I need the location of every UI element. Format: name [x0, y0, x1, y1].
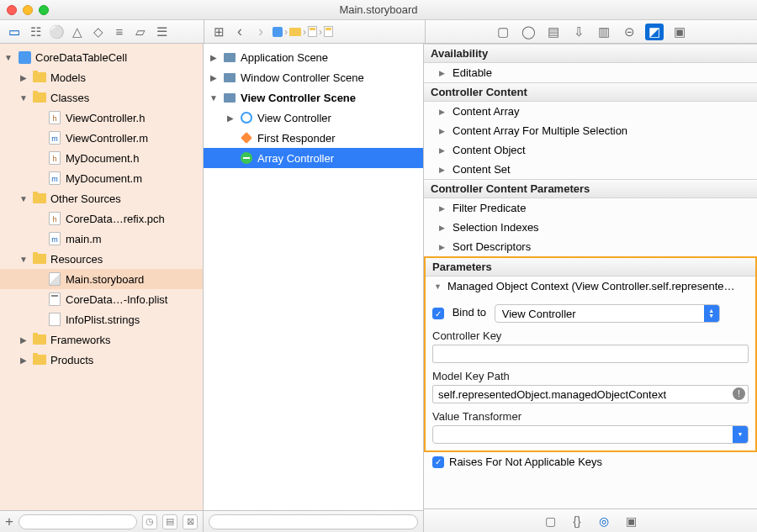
back-button-icon[interactable]: ‹ — [230, 24, 249, 40]
disclosure-icon[interactable] — [439, 224, 447, 232]
disclosure-icon[interactable] — [19, 73, 29, 82]
disclosure-icon[interactable] — [439, 146, 447, 155]
folder-row[interactable]: Models — [0, 67, 203, 87]
warning-icon[interactable]: ! — [733, 387, 745, 400]
find-navigator-icon[interactable]: ⚪ — [47, 24, 66, 40]
file-row[interactable]: mViewController.m — [0, 128, 203, 148]
item-label: Filter Predicate — [453, 202, 526, 214]
disclosure-icon[interactable] — [209, 53, 219, 62]
inspector-item-row[interactable]: Content Object — [424, 140, 757, 160]
scope-filter-icon[interactable]: ⊠ — [183, 514, 198, 529]
file-row[interactable]: InfoPlist.strings — [0, 309, 203, 329]
raises-checkbox[interactable] — [432, 456, 444, 468]
bind-to-checkbox[interactable] — [432, 308, 444, 319]
breadcrumb[interactable]: › › › — [273, 26, 333, 38]
report-navigator-icon[interactable]: ☰ — [152, 24, 171, 40]
size-inspector-icon[interactable]: ▥ — [595, 24, 613, 40]
outline-row[interactable]: View Controller — [204, 108, 423, 128]
controller-key-input[interactable] — [432, 345, 749, 363]
disclosure-icon[interactable] — [19, 93, 29, 103]
item-label: Resources — [50, 253, 103, 266]
disclosure-icon[interactable] — [439, 204, 447, 213]
disclosure-icon[interactable] — [19, 335, 29, 345]
disclosure-icon[interactable] — [439, 69, 447, 77]
navigator-filter-input[interactable] — [19, 514, 137, 529]
inspector-item-row[interactable]: Content Array — [424, 102, 757, 121]
disclosure-icon[interactable] — [439, 166, 447, 174]
file-row[interactable]: mmain.m — [0, 229, 203, 249]
file-row[interactable]: CoreData…-Info.plist — [0, 289, 203, 309]
disclosure-icon[interactable] — [434, 282, 442, 291]
disclosure-icon[interactable] — [209, 93, 219, 103]
section-controller-content: Controller Content — [424, 82, 757, 102]
outline-filter-input[interactable] — [209, 514, 418, 529]
inspector-item-row[interactable]: Sort Descriptors — [424, 237, 757, 256]
file-inspector-icon[interactable]: ▢ — [494, 24, 512, 40]
item-label: ViewController.h — [66, 112, 145, 124]
scm-filter-icon[interactable]: ▤ — [162, 514, 177, 529]
bindings-inspector-icon[interactable]: ◩ — [645, 24, 664, 40]
disclosure-icon[interactable] — [439, 108, 447, 116]
item-label: Application Scene — [241, 51, 328, 64]
disclosure-icon[interactable] — [3, 53, 13, 62]
recent-filter-icon[interactable]: ◷ — [142, 514, 157, 529]
disclosure-icon[interactable] — [19, 194, 29, 203]
attributes-inspector-icon[interactable]: ⇩ — [569, 24, 588, 40]
object-library-icon[interactable]: ◎ — [595, 513, 613, 529]
folder-row[interactable]: Frameworks — [0, 329, 203, 350]
outline-row[interactable]: Window Controller Scene — [204, 67, 423, 87]
media-library-icon[interactable]: ▣ — [622, 513, 640, 529]
disclosure-icon[interactable] — [439, 127, 447, 135]
debug-navigator-icon[interactable]: ≡ — [110, 24, 129, 40]
add-button-icon[interactable]: + — [5, 514, 13, 530]
outline-row[interactable]: Application Scene — [204, 47, 423, 67]
connections-inspector-icon[interactable]: ⊝ — [620, 24, 638, 40]
value-transformer-select[interactable]: ▼ — [432, 425, 749, 444]
test-navigator-icon[interactable]: ◇ — [89, 24, 108, 40]
file-row[interactable]: hMyDocument.h — [0, 148, 203, 168]
code-snippet-library-icon[interactable]: {} — [568, 513, 586, 529]
disclosure-icon[interactable] — [209, 73, 219, 82]
project-root[interactable]: CoreDataTableCell — [0, 47, 203, 67]
file-row[interactable]: hCoreData…refix.pch — [0, 208, 203, 229]
folder-row[interactable]: Other Sources — [0, 188, 203, 208]
model-key-path-input[interactable] — [432, 385, 749, 403]
breakpoint-navigator-icon[interactable]: ▱ — [131, 24, 150, 40]
outline-row[interactable]: First Responder — [204, 128, 423, 148]
inspector-item-row[interactable]: Content Array For Multiple Selection — [424, 121, 757, 140]
outline-row[interactable]: Array Controller — [204, 148, 423, 168]
bind-to-select[interactable]: View Controller ▲▼ — [495, 304, 720, 323]
forward-button-icon[interactable]: › — [251, 24, 270, 40]
item-label: Models — [50, 71, 86, 84]
file-row[interactable]: hViewController.h — [0, 108, 203, 128]
disclosure-icon[interactable] — [439, 243, 447, 251]
moc-disclosure-row[interactable]: Managed Object Context (View Controller.… — [426, 277, 755, 296]
quick-help-icon[interactable]: ◯ — [519, 24, 537, 40]
item-label: InfoPlist.strings — [66, 313, 140, 326]
folder-row[interactable]: Resources — [0, 249, 203, 269]
availability-editable-row[interactable]: Editable — [424, 63, 757, 82]
disclosure-icon[interactable] — [19, 356, 29, 365]
project-navigator-icon[interactable]: ▭ — [5, 24, 24, 40]
disclosure-icon[interactable] — [19, 255, 29, 264]
item-label: View Controller — [257, 112, 331, 124]
related-items-icon[interactable]: ⊞ — [209, 24, 228, 40]
outline-row[interactable]: View Controller Scene — [204, 87, 423, 108]
file-template-library-icon[interactable]: ▢ — [541, 513, 559, 529]
issue-navigator-icon[interactable]: △ — [68, 24, 87, 40]
window-title: Main.storyboard — [0, 3, 757, 16]
inspector-item-row[interactable]: Content Set — [424, 160, 757, 179]
item-label: Content Array For Multiple Selection — [453, 124, 627, 137]
inspector-item-row[interactable]: Selection Indexes — [424, 218, 757, 237]
folder-row[interactable]: Classes — [0, 87, 203, 108]
file-row[interactable]: mMyDocument.m — [0, 168, 203, 188]
effects-inspector-icon[interactable]: ▣ — [670, 24, 689, 40]
identity-inspector-icon[interactable]: ▤ — [544, 24, 563, 40]
raises-row[interactable]: Raises For Not Applicable Keys — [424, 452, 757, 471]
inspector-item-row[interactable]: Filter Predicate — [424, 198, 757, 218]
folder-row[interactable]: Products — [0, 350, 203, 370]
symbol-navigator-icon[interactable]: ☷ — [26, 24, 45, 40]
file-row[interactable]: Main.storyboard — [0, 269, 203, 289]
outline-bottombar — [204, 510, 423, 532]
disclosure-icon[interactable] — [225, 113, 236, 123]
